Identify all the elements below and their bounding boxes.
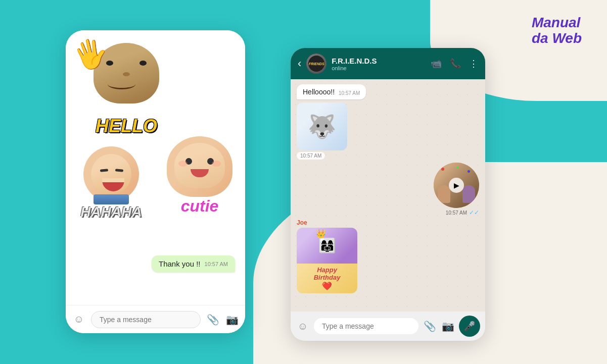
- hahaha-text: HAHAHA: [71, 204, 152, 220]
- video-time: 10:57 AM: [446, 210, 467, 216]
- avatar: FRIENDS: [306, 54, 326, 74]
- birthday-text: Birthday: [314, 274, 341, 281]
- video-message: ▶ 10:57 AM ✓✓: [434, 163, 479, 216]
- dog-sticker-message: 🐺 10:57 AM: [297, 102, 347, 160]
- chat-area: Helloooo!! 10:57 AM 🐺 10:57 AM: [291, 79, 485, 311]
- dog-sticker-image: 🐺: [297, 102, 347, 150]
- left-phone: 🖐️ HELLO: [66, 30, 245, 333]
- thank-you-time: 10:57 AM: [205, 261, 228, 267]
- video-call-icon[interactable]: 📹: [431, 58, 442, 69]
- phone-icon[interactable]: 📞: [450, 58, 461, 69]
- mic-button[interactable]: 🎤: [459, 316, 480, 337]
- camera-icon[interactable]: 📷: [225, 313, 239, 327]
- helloooo-time: 10:57 AM: [339, 90, 360, 96]
- left-input-bar: ☺ 📎 📷: [66, 305, 245, 333]
- helloooo-bubble: Helloooo!! 10:57 AM: [297, 84, 366, 99]
- header-icons: 📹 📞 ⋮: [431, 58, 478, 69]
- avatar-image: FRIENDS: [306, 54, 326, 74]
- happy-birthday-text: Happy: [314, 266, 341, 274]
- play-button[interactable]: ▶: [449, 178, 464, 193]
- heart-icon: ❤️: [314, 281, 341, 291]
- right-phone-frame: ‹ FRIENDS F.R.I.E.N.D.S online 📹 📞 ⋮: [291, 48, 485, 341]
- right-camera-icon[interactable]: 📷: [441, 319, 455, 333]
- contact-name: F.R.I.E.N.D.S: [332, 57, 426, 65]
- contact-info: F.R.I.E.N.D.S online: [332, 57, 426, 71]
- right-message-input[interactable]: [314, 318, 418, 334]
- dog-sticker-time-row: 10:57 AM: [297, 152, 325, 160]
- dog-sticker-time: 10:57 AM: [297, 152, 325, 160]
- thank-you-text: Thank you !!: [159, 259, 201, 268]
- birthday-sticker: 👩‍👩‍👧 👑 Happy Birthday ❤️: [297, 228, 357, 293]
- cutie-text: cutie: [159, 197, 240, 216]
- hello-text: HELLO: [76, 116, 177, 137]
- right-emoji-icon[interactable]: ☺: [296, 319, 310, 333]
- chat-header: ‹ FRIENDS F.R.I.E.N.D.S online 📹 📞 ⋮: [291, 48, 485, 79]
- message-helloooo: Helloooo!! 10:57 AM: [297, 84, 366, 99]
- hahaha-sticker: HAHAHA: [71, 146, 152, 220]
- logo-line2: da Web: [532, 31, 582, 46]
- logo-line1: Manual: [532, 15, 582, 31]
- joe-sticker-row: 👩‍👩‍👧 👑 Happy Birthday ❤️: [297, 228, 357, 293]
- more-options-icon[interactable]: ⋮: [469, 58, 478, 69]
- thank-you-bubble: Thank you !! 10:57 AM: [152, 255, 235, 272]
- joe-message-group: Joe 👩‍👩‍👧 👑 Happy Birthday ❤️: [297, 219, 357, 293]
- video-circle: ▶: [434, 163, 479, 208]
- back-button[interactable]: ‹: [298, 57, 301, 70]
- right-attachment-icon[interactable]: 📎: [423, 319, 437, 333]
- left-chat-area: 🖐️ HELLO: [66, 30, 245, 305]
- cutie-sticker: cutie: [159, 136, 240, 216]
- emoji-icon[interactable]: ☺: [72, 313, 86, 327]
- contact-status: online: [332, 65, 426, 71]
- right-input-bar: ☺ 📎 📷 🎤: [291, 311, 485, 341]
- attachment-icon[interactable]: 📎: [206, 313, 220, 327]
- check-marks: ✓✓: [469, 209, 479, 216]
- logo: Manual da Web: [532, 15, 582, 46]
- video-time-row: 10:57 AM ✓✓: [446, 209, 479, 216]
- hello-sticker: 🖐️ HELLO: [76, 43, 177, 137]
- right-phone: ‹ FRIENDS F.R.I.E.N.D.S online 📹 📞 ⋮: [291, 48, 485, 341]
- left-phone-frame: 🖐️ HELLO: [66, 30, 245, 333]
- left-message-input[interactable]: [91, 311, 201, 328]
- sender-label: Joe: [297, 219, 357, 226]
- helloooo-text: Helloooo!!: [303, 88, 335, 96]
